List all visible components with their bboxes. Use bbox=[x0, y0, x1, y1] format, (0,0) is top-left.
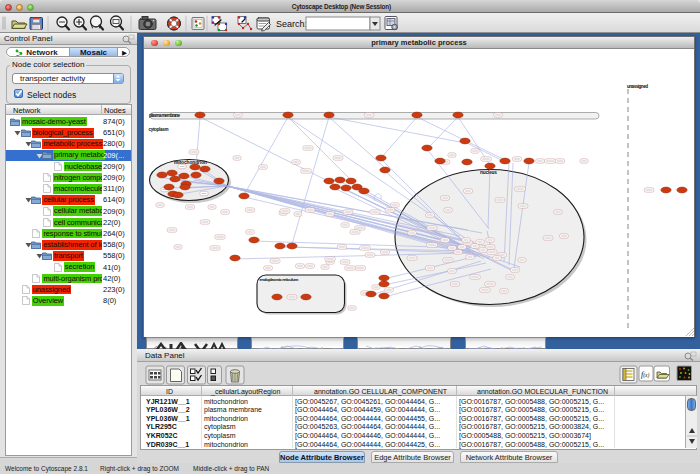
svg-text:nucleus: nucleus bbox=[480, 170, 497, 175]
svg-text:unassigned: unassigned bbox=[627, 84, 648, 89]
svg-text:Search:: Search: bbox=[276, 19, 307, 29]
svg-text:cytoplasm: cytoplasm bbox=[149, 127, 169, 132]
svg-text:mitochondrion: mitochondrion bbox=[174, 160, 207, 165]
svg-text:endoplasmic reticulum: endoplasmic reticulum bbox=[260, 277, 299, 282]
svg-text:plasma membrane: plasma membrane bbox=[149, 113, 180, 118]
svg-text:f(x): f(x) bbox=[641, 370, 650, 379]
